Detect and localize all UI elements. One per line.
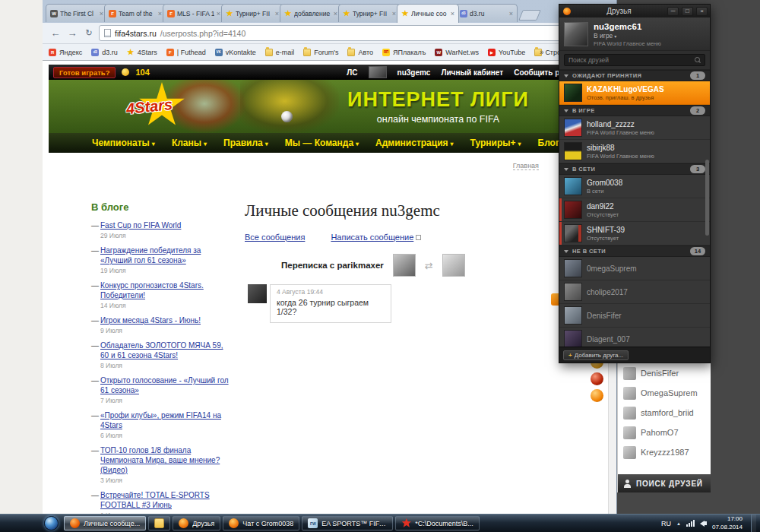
friend-row[interactable]: cholipe2017 xyxy=(559,280,710,304)
reload-button[interactable]: ↻ xyxy=(82,28,96,38)
friend-row[interactable]: DenisFifer xyxy=(559,304,710,328)
forward-button[interactable]: → xyxy=(65,27,79,39)
browser-tab[interactable]: Турнир+ FII × xyxy=(338,4,401,22)
blog-link[interactable]: ТОП-10 голов 1/8 финала Чемпионата Мира,… xyxy=(100,446,220,474)
ready-to-play-button[interactable]: Готов играть? xyxy=(53,67,116,78)
bookmark-item[interactable]: d3.ru xyxy=(91,49,118,56)
show-desktop-button[interactable] xyxy=(751,515,756,532)
close-button[interactable]: × xyxy=(696,7,708,16)
blog-link[interactable]: Награждение победителя за «Лучший гол 61… xyxy=(100,246,201,264)
bookmark-item[interactable]: WarNet.ws xyxy=(435,49,479,56)
nav-link[interactable]: Чемпионаты xyxy=(92,138,155,148)
address-bar[interactable]: fifa4stars.ru/userposts.php?id=4140 xyxy=(99,25,610,41)
breadcrumb[interactable]: Главная xyxy=(513,162,539,170)
bookmark-item[interactable]: Forum's xyxy=(303,49,338,56)
section-header-pending[interactable]: ОЖИДАЮТ ПРИНЯТИЯ 1 xyxy=(559,70,710,81)
tray-expand-icon[interactable]: ▲ xyxy=(676,521,681,526)
private-messages-link[interactable]: ЛС xyxy=(347,68,357,77)
tab-close-icon[interactable]: × xyxy=(451,10,454,17)
network-icon[interactable] xyxy=(686,520,695,527)
browser-tab[interactable]: Турнир+ FII × xyxy=(221,4,283,22)
bookmark-item[interactable]: e-mail xyxy=(265,49,295,56)
friends-scrollbar-thumb[interactable] xyxy=(705,160,709,236)
bookmark-item[interactable]: Авто xyxy=(347,49,373,56)
tab-close-icon[interactable]: × xyxy=(509,10,513,17)
browser-tab[interactable]: добавление × xyxy=(280,4,342,22)
current-user-status[interactable]: В игре▾ xyxy=(594,32,661,40)
start-button[interactable] xyxy=(44,516,59,530)
all-messages-link[interactable]: Все сообщения xyxy=(245,233,305,242)
section-header-offline[interactable]: НЕ В СЕТИ 14 xyxy=(559,245,710,257)
friend-row[interactable]: SHNIFT-39 Отсутствует xyxy=(559,222,710,245)
friend-row[interactable]: KAZAKHLugoVEGAS Отозв. приглаш. в друзья xyxy=(559,81,710,105)
maximize-button[interactable]: □ xyxy=(682,7,693,16)
blog-link[interactable]: Конкурс прогнозистов 4Stars. Победители! xyxy=(100,281,204,299)
browser-tab[interactable]: The First Cl × xyxy=(46,4,108,22)
friend-row[interactable]: sibirjk88 FIFA World Главное меню xyxy=(559,140,710,163)
tab-close-icon[interactable]: × xyxy=(217,10,220,17)
blog-link[interactable]: Обладатель ЗОЛОТОГО МЯЧА 59, 60 и 61 сез… xyxy=(100,341,223,359)
tab-close-icon[interactable]: × xyxy=(275,10,279,17)
browser-tab[interactable]: Team of the × xyxy=(104,4,166,22)
personal-cabinet-link[interactable]: Личный кабинет xyxy=(441,68,503,77)
taskbar-clock[interactable]: 17:00 07.08.2014 xyxy=(712,515,743,531)
blog-link[interactable]: Встречайте! TOTAL E-SPORTS FOOTBALL #3 И… xyxy=(100,491,210,509)
nav-link[interactable]: Турниры+ xyxy=(470,138,521,148)
badge-icon[interactable] xyxy=(591,389,603,402)
fifa-friend-row[interactable]: OmegaSuprem xyxy=(618,383,711,403)
bookmark-item[interactable]: Яндекс xyxy=(49,49,82,56)
nav-link[interactable]: Мы — Команда xyxy=(285,138,359,148)
fifa-friend-row[interactable]: Kreyzzz1987 xyxy=(618,442,711,462)
blog-link[interactable]: Открыто голосование - «Лучший гол 61 сез… xyxy=(100,376,229,394)
minimize-button[interactable]: ─ xyxy=(667,7,679,16)
friend-row[interactable]: holland_zzzzz FIFA World Главное меню xyxy=(559,116,710,140)
language-indicator[interactable]: RU xyxy=(661,520,671,527)
avatar[interactable] xyxy=(248,284,267,303)
blog-link[interactable]: Fast Cup по FIFA World xyxy=(100,221,181,230)
nav-link[interactable]: Блог xyxy=(538,138,559,148)
taskbar-button[interactable]: Чат с Grom0038 xyxy=(223,516,299,530)
nav-link[interactable]: Администрация xyxy=(375,138,454,148)
username-link[interactable]: nu3gemc xyxy=(397,68,431,77)
badge-icon[interactable] xyxy=(591,372,603,385)
tab-close-icon[interactable]: × xyxy=(158,10,162,17)
search-icon[interactable] xyxy=(695,57,701,63)
taskbar-button[interactable]: Личные сообще... xyxy=(64,516,146,530)
tab-close-icon[interactable]: × xyxy=(392,10,396,17)
friend-row[interactable]: Grom0038 В сети xyxy=(559,175,710,198)
friends-search-input[interactable] xyxy=(568,56,695,64)
nav-link[interactable]: Правила xyxy=(223,138,268,148)
avatar[interactable] xyxy=(564,22,588,46)
tab-close-icon[interactable]: × xyxy=(100,10,103,17)
bookmark-item[interactable]: 4Stars xyxy=(127,49,157,56)
taskbar-button[interactable]: EA SPORTS™ FIFA... xyxy=(302,516,393,530)
section-header-online[interactable]: В СЕТИ 3 xyxy=(559,163,710,175)
taskbar-button[interactable]: *C:\Documents\B... xyxy=(395,516,480,530)
fifa-friend-row[interactable]: stamford_briid xyxy=(618,403,711,423)
taskbar-button[interactable] xyxy=(148,516,170,530)
browser-tab[interactable]: Личные соо × xyxy=(397,4,459,23)
friend-row[interactable]: dan9i22 Отсутствует xyxy=(559,198,710,222)
avatar[interactable] xyxy=(442,254,465,277)
browser-tab[interactable]: MLS - FIFA 1 × xyxy=(163,4,225,22)
bookmark-item[interactable]: YouTube xyxy=(488,49,525,56)
new-tab-button[interactable] xyxy=(518,10,541,21)
taskbar-button[interactable]: Друзья xyxy=(173,516,220,530)
bookmark-item[interactable]: ЯПлакалъ xyxy=(382,49,426,56)
site-logo[interactable]: 4Stars xyxy=(116,81,210,130)
bookmark-item[interactable]: | Futhead xyxy=(166,49,206,56)
bookmark-item[interactable]: vKontakte xyxy=(215,49,256,56)
compose-message-link[interactable]: Написать сообщение xyxy=(331,233,413,242)
browser-tab[interactable]: d3.ru × xyxy=(455,4,518,22)
blog-link[interactable]: «Профи клубы», режим FIFA14 на 4Stars xyxy=(100,411,221,429)
fifa-search-friends-bar[interactable]: ПОИСК ДРУЗЕЙ xyxy=(618,474,711,492)
tab-close-icon[interactable]: × xyxy=(334,10,337,17)
add-friend-button[interactable]: + Добавить друга... xyxy=(563,350,629,360)
friend-row[interactable]: Diagent_007 xyxy=(559,328,710,347)
avatar[interactable] xyxy=(393,254,416,277)
blog-link[interactable]: Игрок месяца 4Stars - Июнь! xyxy=(100,316,201,325)
section-header-ingame[interactable]: В ИГРЕ 2 xyxy=(559,105,710,116)
friend-row[interactable]: 0megaSuprem xyxy=(559,257,710,280)
friends-titlebar[interactable]: Друзья ─ □ × xyxy=(559,5,710,17)
fifa-friend-row[interactable]: DenisFifer xyxy=(618,363,711,383)
